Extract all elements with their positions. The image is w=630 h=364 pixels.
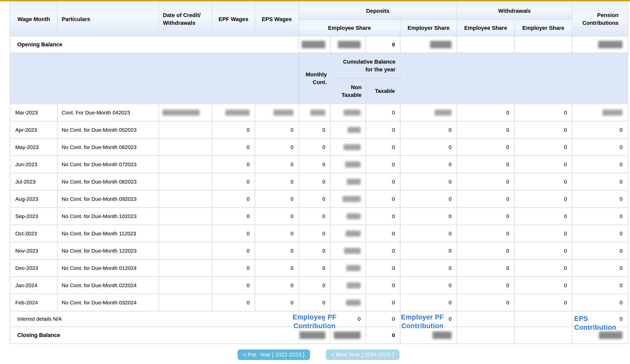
passbook-table-wrap: Wage Month Particulars Date of Credit/Wi… (10, 2, 628, 344)
cell-eps-wages: 0 (255, 294, 299, 311)
epf-passbook-page: { "page": { "top_bar_color": "#C8A30B" }… (0, 0, 630, 364)
cell-epf-wages: 0 (212, 242, 255, 259)
redacted-value (599, 331, 622, 339)
cell-taxable: 0 (366, 121, 400, 138)
cell-particulars: No Cont. for Due-Month 072023 (57, 156, 159, 173)
cell-non-taxable (331, 190, 366, 208)
cell-deposit-employer-share: 0 (400, 242, 457, 259)
col-group-withdrawals: Withdrawals (457, 2, 572, 20)
cell-monthly-cont (299, 327, 331, 344)
cell-monthly-cont: 0 (299, 242, 331, 259)
cell-deposit-employer-share: 0 (400, 225, 457, 242)
cell-withdrawal-employee-share: 0 (457, 208, 514, 225)
col-header-wage-month: Wage Month (10, 2, 57, 36)
cell-particulars: No Cont. for Due-Month 062023 (57, 138, 159, 156)
cell-withdrawal-employer-share: 0 (514, 259, 572, 277)
cell-monthly-cont: 0 (299, 138, 331, 156)
cell-withdrawal-employee-share: 0 (457, 242, 514, 259)
cell-date-of-credit (159, 208, 212, 225)
cell-non-taxable (331, 173, 366, 190)
cell-deposit-employer-share (400, 327, 457, 344)
cell-eps-wages: 0 (255, 138, 299, 156)
cell-withdrawal-employer-share (514, 327, 572, 344)
cell-epf-wages: 0 (212, 121, 255, 138)
cell-wage-month: Dec-2023 (10, 259, 57, 277)
cell-pension-contributions: 0 (572, 311, 628, 327)
cell-non-taxable (331, 294, 366, 311)
cell-wage-month: Apr-2023 (10, 121, 57, 138)
sub-header-non-taxable: NonTaxable (331, 78, 366, 104)
interest-row: Interest details N/A 0 0 0 0 0 (10, 311, 628, 327)
cell-monthly-cont: 0 (299, 311, 331, 327)
redacted-value (433, 331, 452, 339)
cell-date-of-credit (159, 173, 212, 190)
cell-eps-wages: 0 (255, 242, 299, 259)
redacted-value (598, 41, 622, 48)
cell-eps-wages: 0 (255, 277, 299, 294)
cell-wage-month: Aug-2023 (10, 190, 57, 208)
cell-taxable: 0 (366, 294, 400, 311)
cell-eps-wages: 0 (255, 156, 299, 173)
redacted-value (346, 231, 361, 237)
col-header-particulars: Particulars (57, 2, 159, 36)
col-header-deposits-employer-share: Employer Share (400, 20, 457, 36)
cell-withdrawal-employer-share: 0 (514, 156, 572, 173)
cell-non-taxable: 0 (331, 311, 366, 327)
cell-monthly-cont: 0 (299, 190, 331, 208)
next-year-button[interactable]: » Next Year [ 2024-2025 ] (326, 349, 399, 360)
col-header-deposits-employee-share: Employee Share (299, 20, 400, 36)
prev-year-button[interactable]: « Pre. Year [ 2022-2023 ] (238, 349, 310, 360)
cell-monthly-cont: 0 (299, 208, 331, 225)
redacted-value (348, 127, 361, 133)
cell-pension-contributions: 0 (572, 121, 628, 138)
cell-deposit-employer-share: 0 (400, 294, 457, 311)
cell-withdrawal-employee-share: 0 (457, 104, 514, 121)
cell-withdrawal-employee-share: 0 (457, 173, 514, 190)
redacted-value (302, 41, 325, 48)
cell-eps-wages (255, 104, 299, 121)
month-row: Oct-2023No Cont. for Due-Month 112023000… (10, 225, 628, 242)
cell-withdrawal-employer-share: 0 (514, 190, 572, 208)
cell-date-of-credit (159, 156, 212, 173)
cell-withdrawal-employee-share (457, 311, 514, 327)
cell-non-taxable (331, 208, 366, 225)
cell-date-of-credit (159, 138, 212, 156)
cell-eps-wages: 0 (255, 173, 299, 190)
cell-particulars: No Cont. for Due-Month 052023 (57, 121, 159, 138)
cell-non-taxable (331, 242, 366, 259)
cell-non-taxable (331, 277, 366, 294)
cell-monthly-cont: 0 (299, 294, 331, 311)
cell-wage-month: Oct-2023 (10, 225, 57, 242)
cell-withdrawal-employee-share: 0 (457, 156, 514, 173)
cell-pension-contributions: 0 (572, 190, 628, 208)
cell-non-taxable (331, 259, 366, 277)
cell-pension-contributions: 0 (572, 156, 628, 173)
cell-pension-contributions: 0 (572, 259, 628, 277)
cell-particulars: No Cont. for Due-Month 112023 (57, 225, 159, 242)
cell-non-taxable (331, 138, 366, 156)
month-row: Sep-2023No Cont. for Due-Month 102023000… (10, 208, 628, 225)
opening-balance-row: Opening Balance 0 (10, 36, 628, 53)
cell-monthly-cont (299, 104, 331, 121)
cell-deposit-employer-share: 0 (400, 311, 457, 327)
cell-withdrawal-employee-share: 0 (457, 225, 514, 242)
cell-taxable: 0 (366, 259, 400, 277)
redacted-value (344, 144, 361, 150)
cell-withdrawal-employer-share: 0 (514, 242, 572, 259)
cell-date-of-credit (159, 277, 212, 294)
col-header-withdrawals-employee-share: Employee Share (457, 20, 514, 36)
redacted-value (343, 196, 361, 202)
cell-taxable: 0 (366, 208, 400, 225)
opening-balance-label: Opening Balance (10, 36, 299, 53)
cell-pension-contributions: 0 (572, 225, 628, 242)
cell-epf-wages: 0 (212, 156, 255, 173)
redacted-value (347, 213, 361, 219)
month-row: May-2023No Cont. for Due-Month 062023000… (10, 138, 628, 156)
cell-taxable: 0 (366, 311, 400, 327)
cell-wage-month: Mar-2023 (10, 104, 57, 121)
cell-deposit-employer-share: 0 (400, 121, 457, 138)
cell-withdrawal-employee-share: 0 (457, 138, 514, 156)
sub-header-monthly-cont: MonthlyCont. (299, 53, 331, 104)
month-row: Apr-2023No Cont. for Due-Month 052023000… (10, 121, 628, 138)
month-row: Nov-2023No Cont. for Due-Month 122023000… (10, 242, 628, 259)
